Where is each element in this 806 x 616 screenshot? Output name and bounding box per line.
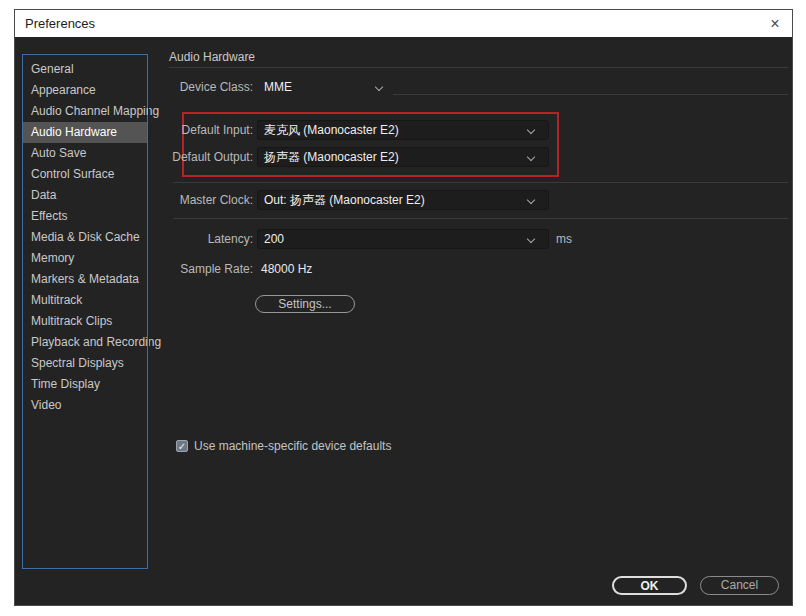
chevron-down-icon: [375, 83, 383, 91]
section-divider: [173, 182, 788, 183]
sidebar-item-video[interactable]: Video: [23, 395, 147, 416]
preferences-dialog: Preferences × General Appearance Audio C…: [14, 9, 793, 606]
ok-button[interactable]: OK: [612, 576, 687, 595]
sidebar-item-playback-and-recording[interactable]: Playback and Recording: [23, 332, 147, 353]
section-divider: [173, 218, 788, 219]
cancel-button[interactable]: Cancel: [700, 576, 779, 595]
device-class-label: Device Class:: [93, 77, 253, 97]
latency-label: Latency:: [93, 229, 253, 249]
master-clock-label: Master Clock:: [93, 190, 253, 210]
dialog-title: Preferences: [25, 16, 95, 31]
settings-button[interactable]: Settings...: [255, 295, 355, 313]
sidebar-item-multitrack-clips[interactable]: Multitrack Clips: [23, 311, 147, 332]
latency-value: 200: [264, 230, 284, 249]
titlebar: Preferences ×: [15, 10, 792, 37]
master-clock-value: Out: 扬声器 (Maonocaster E2): [264, 191, 425, 210]
sidebar-item-time-display[interactable]: Time Display: [23, 374, 147, 395]
default-output-value: 扬声器 (Maonocaster E2): [264, 148, 399, 167]
sidebar-item-control-surface[interactable]: Control Surface: [23, 164, 147, 185]
chevron-down-icon: [527, 196, 535, 204]
default-input-label: Default Input:: [93, 120, 253, 140]
latency-select[interactable]: 200: [257, 229, 549, 249]
checkbox-checked-icon[interactable]: ✓: [176, 440, 188, 452]
sample-rate-label: Sample Rate:: [93, 259, 253, 279]
master-clock-select[interactable]: Out: 扬声器 (Maonocaster E2): [257, 190, 549, 210]
chevron-down-icon: [527, 126, 535, 134]
header-divider: [169, 67, 788, 68]
default-input-value: 麦克风 (Maonocaster E2): [264, 121, 399, 140]
device-class-divider: [393, 94, 788, 95]
latency-unit: ms: [556, 229, 572, 249]
device-class-value: MME: [264, 78, 292, 97]
sidebar-item-multitrack[interactable]: Multitrack: [23, 290, 147, 311]
sidebar-item-audio-channel-mapping[interactable]: Audio Channel Mapping: [23, 101, 147, 122]
chevron-down-icon: [527, 235, 535, 243]
chevron-down-icon: [527, 153, 535, 161]
sidebar-item-spectral-displays[interactable]: Spectral Displays: [23, 353, 147, 374]
default-output-label: Default Output:: [93, 147, 253, 167]
default-input-select[interactable]: 麦克风 (Maonocaster E2): [257, 120, 549, 140]
close-icon[interactable]: ×: [764, 13, 786, 35]
device-class-select[interactable]: MME: [257, 77, 393, 97]
machine-specific-defaults-label: Use machine-specific device defaults: [194, 440, 391, 453]
page-title: Audio Hardware: [169, 50, 255, 64]
default-output-select[interactable]: 扬声器 (Maonocaster E2): [257, 147, 549, 167]
dialog-content: General Appearance Audio Channel Mapping…: [15, 37, 792, 605]
sample-rate-value: 48000 Hz: [261, 259, 312, 279]
